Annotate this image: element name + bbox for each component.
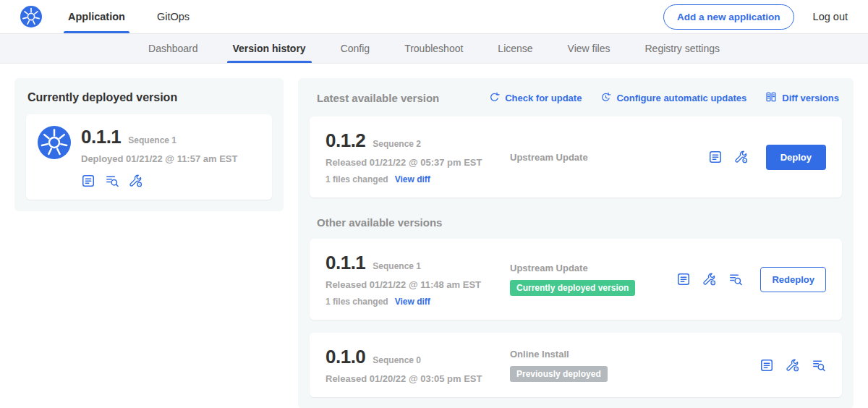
deployed-status-badge: Currently deployed version	[510, 280, 635, 296]
subnav-view-files[interactable]: View files	[550, 34, 628, 63]
files-changed-label: 1 files changed	[326, 174, 388, 184]
view-diff-link[interactable]: View diff	[395, 297, 430, 307]
subnav-version-history[interactable]: Version history	[216, 34, 323, 63]
config-values-icon[interactable]	[786, 358, 800, 373]
version-source: Online Install Previously deployed	[510, 346, 760, 384]
auto-update-icon	[600, 92, 611, 105]
subnav-troubleshoot[interactable]: Troubleshoot	[387, 34, 480, 63]
release-notes-icon[interactable]	[81, 174, 95, 188]
subnav-registry-settings[interactable]: Registry settings	[628, 34, 737, 63]
release-notes-icon[interactable]	[676, 272, 691, 286]
source-label: Upstream Update	[510, 263, 588, 273]
config-values-icon[interactable]	[129, 174, 143, 188]
source-label: Upstream Update	[510, 152, 588, 163]
deployed-version-info: 0.1.1 Sequence 1 Deployed 01/21/22 @ 11:…	[81, 126, 237, 188]
logout-button[interactable]: Log out	[813, 11, 848, 22]
subnav-config[interactable]: Config	[323, 34, 387, 63]
other-versions-title: Other available versions	[317, 216, 839, 229]
check-for-update-label: Check for update	[505, 93, 582, 103]
deployed-version-card: 0.1.1 Sequence 1 Deployed 01/21/22 @ 11:…	[26, 114, 272, 200]
version-diff-icon[interactable]	[812, 358, 826, 373]
redeploy-button[interactable]: Redeploy	[760, 267, 826, 292]
main-content: Currently deployed version	[0, 64, 868, 408]
config-values-icon[interactable]	[702, 272, 717, 286]
sequence-label: Sequence 1	[373, 261, 421, 271]
release-notes-icon[interactable]	[760, 358, 774, 373]
diff-versions-label: Diff versions	[782, 93, 839, 103]
deploy-button[interactable]: Deploy	[766, 145, 826, 170]
deployed-timestamp: Deployed 01/21/22 @ 11:57 am EST	[81, 153, 237, 164]
sequence-label: Sequence 2	[373, 139, 421, 149]
top-nav: Application GitOps	[68, 0, 221, 33]
version-actions: Deploy	[708, 129, 826, 184]
kubernetes-logo-icon	[20, 6, 42, 27]
tab-application[interactable]: Application	[68, 0, 125, 33]
version-info: 0.1.0 Sequence 0 Released 01/20/22 @ 03:…	[326, 346, 510, 384]
version-row-latest: 0.1.2 Sequence 2 Released 01/21/22 @ 05:…	[310, 116, 842, 197]
released-timestamp: Released 01/21/22 @ 05:37 pm EST	[326, 157, 510, 168]
config-values-icon[interactable]	[734, 150, 749, 164]
tab-gitops-label: GitOps	[157, 11, 190, 22]
version-source: Upstream Update	[510, 129, 708, 184]
tab-gitops[interactable]: GitOps	[157, 0, 190, 33]
deployed-version-number: 0.1.1	[81, 126, 121, 148]
version-diff-icon[interactable]	[728, 272, 743, 286]
add-application-button[interactable]: Add a new application	[663, 4, 794, 30]
tab-application-label: Application	[68, 11, 125, 22]
release-notes-icon[interactable]	[708, 150, 723, 164]
version-actions: Redeploy	[676, 252, 826, 307]
previously-deployed-badge: Previously deployed	[510, 366, 608, 382]
header-actions: Check for update Configure automatic upd…	[489, 91, 839, 105]
version-history-panel: Latest available version Check for updat…	[298, 78, 854, 408]
view-diff-link[interactable]: View diff	[395, 174, 430, 184]
subnav-dashboard[interactable]: Dashboard	[131, 34, 216, 63]
topbar: Application GitOps Add a new application…	[0, 0, 868, 34]
version-source: Upstream Update Currently deployed versi…	[510, 252, 676, 307]
app-root: Application GitOps Add a new application…	[0, 0, 868, 408]
configure-updates-label: Configure automatic updates	[616, 93, 746, 103]
sequence-label: Sequence 0	[373, 355, 421, 365]
topbar-right: Add a new application Log out	[663, 4, 848, 30]
released-timestamp: Released 01/21/22 @ 11:48 am EST	[326, 279, 510, 290]
version-info: 0.1.2 Sequence 2 Released 01/21/22 @ 05:…	[326, 129, 510, 184]
version-history-header: Latest available version Check for updat…	[317, 91, 839, 105]
configure-updates-link[interactable]: Configure automatic updates	[600, 92, 746, 105]
version-diff-icon[interactable]	[105, 174, 119, 188]
app-icon	[38, 126, 71, 159]
version-row-0-1-1: 0.1.1 Sequence 1 Released 01/21/22 @ 11:…	[310, 239, 842, 320]
version-actions	[760, 346, 826, 384]
version-row-0-1-0: 0.1.0 Sequence 0 Released 01/20/22 @ 03:…	[310, 333, 842, 397]
diff-versions-link[interactable]: Diff versions	[765, 91, 839, 105]
deployed-sequence-label: Sequence 1	[128, 135, 176, 145]
latest-version-title: Latest available version	[317, 92, 439, 104]
app-subnav: Dashboard Version history Config Trouble…	[0, 34, 868, 64]
version-number: 0.1.0	[326, 346, 365, 368]
version-number: 0.1.2	[326, 129, 365, 152]
released-timestamp: Released 01/20/22 @ 03:05 pm EST	[326, 373, 510, 384]
source-label: Online Install	[510, 349, 569, 360]
check-update-icon	[489, 92, 500, 105]
files-changed-label: 1 files changed	[326, 297, 388, 307]
version-number: 0.1.1	[326, 252, 365, 274]
check-for-update-link[interactable]: Check for update	[489, 92, 582, 105]
subnav-license[interactable]: License	[480, 34, 550, 63]
version-info: 0.1.1 Sequence 1 Released 01/21/22 @ 11:…	[326, 252, 510, 307]
currently-deployed-panel: Currently deployed version	[14, 78, 284, 211]
deployed-panel-title: Currently deployed version	[27, 91, 271, 104]
diff-versions-icon	[765, 91, 777, 105]
